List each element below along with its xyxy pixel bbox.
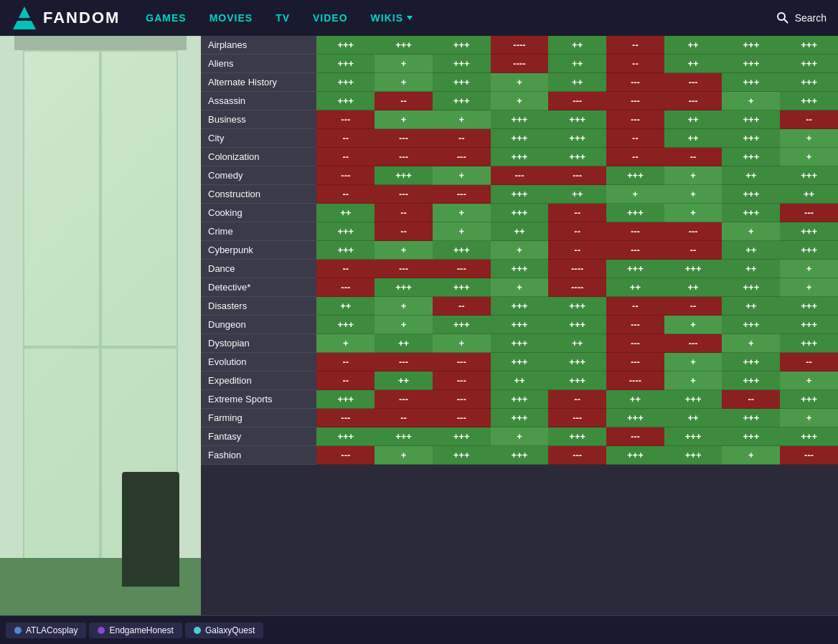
row-label: Farming bbox=[201, 409, 316, 427]
table-cell: --- bbox=[375, 390, 433, 409]
row-label: Disasters bbox=[201, 297, 316, 316]
table-cell: + bbox=[780, 148, 838, 166]
table-cell: ++ bbox=[606, 278, 664, 297]
table-cell: -- bbox=[606, 36, 664, 55]
table-cell: +++ bbox=[780, 427, 838, 446]
table-cell: --- bbox=[548, 446, 606, 465]
table-cell: +++ bbox=[491, 334, 549, 353]
table-cell: -- bbox=[606, 297, 664, 316]
table-cell: +++ bbox=[606, 260, 664, 278]
table-cell: +++ bbox=[548, 427, 606, 446]
table-cell: +++ bbox=[548, 297, 606, 316]
table-cell: +++ bbox=[780, 166, 838, 185]
svg-point-3 bbox=[778, 13, 785, 20]
table-cell: +++ bbox=[722, 55, 780, 73]
row-label: Fantasy bbox=[201, 427, 316, 446]
fandom-logo-icon bbox=[11, 5, 37, 31]
table-wrapper[interactable]: Airplanes+++++++++----++--++++++++Aliens… bbox=[201, 36, 838, 644]
tab-atlacosplay[interactable]: ATLACosplay bbox=[6, 622, 86, 638]
table-cell: --- bbox=[433, 390, 491, 409]
table-cell: +++ bbox=[548, 110, 606, 129]
table-row: Expedition--++---+++++----+++++ bbox=[201, 371, 838, 390]
search-area[interactable]: Search bbox=[776, 11, 827, 24]
table-cell: ---- bbox=[548, 260, 606, 278]
table-cell: +++ bbox=[780, 73, 838, 92]
table-cell: --- bbox=[316, 110, 375, 129]
table-cell: + bbox=[491, 241, 549, 260]
table-cell: +++ bbox=[433, 427, 491, 446]
table-cell: --- bbox=[548, 166, 606, 185]
table-cell: + bbox=[664, 185, 722, 204]
table-cell: --- bbox=[780, 446, 838, 465]
nav-video[interactable]: VIDEO bbox=[304, 12, 357, 24]
nav-wikis[interactable]: WIKIS bbox=[362, 12, 422, 24]
table-cell: +++ bbox=[722, 278, 780, 297]
svg-rect-1 bbox=[16, 18, 33, 21]
table-cell: -- bbox=[375, 409, 433, 427]
table-cell: -- bbox=[316, 129, 375, 148]
table-cell: -- bbox=[316, 185, 375, 204]
table-cell: +++ bbox=[548, 129, 606, 148]
row-label: Dungeon bbox=[201, 316, 316, 334]
row-label: Business bbox=[201, 110, 316, 129]
table-cell: + bbox=[433, 222, 491, 241]
table-cell: +++ bbox=[375, 166, 433, 185]
table-cell: +++ bbox=[433, 73, 491, 92]
table-cell: + bbox=[722, 446, 780, 465]
row-label: Cyberpunk bbox=[201, 241, 316, 260]
table-row: Construction--------++++++++++++ bbox=[201, 185, 838, 204]
table-cell: + bbox=[375, 241, 433, 260]
table-cell: -- bbox=[722, 390, 780, 409]
logo[interactable]: FANDOM bbox=[11, 5, 120, 31]
svg-line-4 bbox=[784, 19, 788, 23]
table-cell: ++ bbox=[664, 409, 722, 427]
table-row: Extreme Sports+++------+++--+++++--+++ bbox=[201, 390, 838, 409]
chevron-down-icon bbox=[406, 14, 413, 22]
logo-text: FANDOM bbox=[43, 9, 120, 27]
row-label: Assassin bbox=[201, 92, 316, 110]
table-cell: +++ bbox=[491, 148, 549, 166]
table-cell: +++ bbox=[316, 55, 375, 73]
table-cell: +++ bbox=[548, 148, 606, 166]
tab-galaxyquest[interactable]: GalaxyQuest bbox=[185, 622, 263, 638]
table-cell: ++ bbox=[548, 185, 606, 204]
table-cell: +++ bbox=[316, 390, 375, 409]
table-cell: -- bbox=[433, 297, 491, 316]
table-cell: +++ bbox=[433, 36, 491, 55]
row-label: Extreme Sports bbox=[201, 390, 316, 409]
table-cell: +++ bbox=[433, 316, 491, 334]
tab-endgamehonest-label: EndgameHonest bbox=[109, 625, 173, 635]
table-cell: +++ bbox=[780, 297, 838, 316]
table-row: Crime+++--+++--------++++ bbox=[201, 222, 838, 241]
table-row: Disasters+++--++++++----+++++ bbox=[201, 297, 838, 316]
table-cell: -- bbox=[606, 129, 664, 148]
table-cell: ---- bbox=[606, 371, 664, 390]
table-cell: +++ bbox=[491, 204, 549, 222]
table-cell: ++ bbox=[664, 36, 722, 55]
nav-games[interactable]: GAMES bbox=[137, 12, 194, 24]
nav-tv[interactable]: TV bbox=[267, 12, 298, 24]
table-cell: + bbox=[722, 92, 780, 110]
table-cell: + bbox=[375, 55, 433, 73]
table-cell: + bbox=[433, 204, 491, 222]
table-cell: -- bbox=[548, 222, 606, 241]
table-cell: + bbox=[433, 110, 491, 129]
table-cell: --- bbox=[433, 353, 491, 371]
table-cell: --- bbox=[375, 260, 433, 278]
search-label: Search bbox=[795, 12, 827, 24]
row-label: Dance bbox=[201, 260, 316, 278]
table-row: Evolution--------++++++---++++-- bbox=[201, 353, 838, 371]
table-cell: +++ bbox=[722, 148, 780, 166]
table-cell: ++ bbox=[548, 55, 606, 73]
table-cell: -- bbox=[606, 148, 664, 166]
table-cell: +++ bbox=[491, 185, 549, 204]
table-cell: + bbox=[433, 334, 491, 353]
table-row: Comedy---++++------+++++++++ bbox=[201, 166, 838, 185]
table-cell: --- bbox=[548, 409, 606, 427]
nav-movies[interactable]: MOVIES bbox=[201, 12, 261, 24]
table-cell: -- bbox=[606, 55, 664, 73]
table-cell: +++ bbox=[606, 204, 664, 222]
tab-endgamehonest[interactable]: EndgameHonest bbox=[89, 622, 182, 638]
row-label: Colonization bbox=[201, 148, 316, 166]
table-row: Cooking++--++++--+++++++--- bbox=[201, 204, 838, 222]
